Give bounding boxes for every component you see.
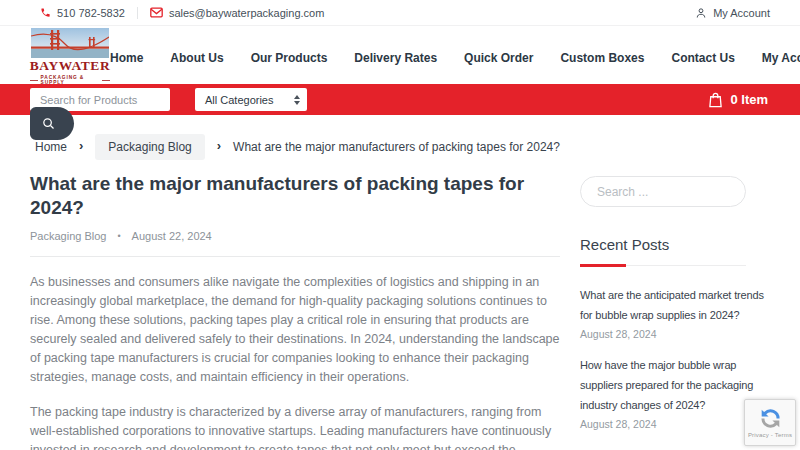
- breadcrumb-section-link[interactable]: Packaging Blog: [95, 134, 204, 160]
- content-divider: [30, 256, 560, 257]
- nav-item-our-products[interactable]: Our Products: [251, 51, 328, 65]
- nav-item-about-us[interactable]: About Us: [170, 51, 223, 65]
- breadcrumb-home-link[interactable]: Home: [35, 140, 67, 154]
- recent-post-link[interactable]: What are the anticipated market trends f…: [580, 285, 770, 325]
- product-search-bar: All Categories 0 Item: [0, 84, 800, 115]
- recent-post-date: August 28, 2024: [580, 328, 770, 340]
- logo-name: BAYWATER: [30, 59, 111, 73]
- main-nav: Home About Us Our Products Delivery Rate…: [110, 32, 800, 84]
- cart-count-label: 0 Item: [730, 92, 768, 107]
- tagline-dash-left: [30, 80, 38, 81]
- breadcrumb-current-page: What are the major manufacturers of pack…: [233, 140, 560, 154]
- recent-post-item: What are the top bubble wrap suppliers p…: [580, 445, 770, 450]
- nav-item-custom-boxes[interactable]: Custom Boxes: [560, 51, 644, 65]
- topbar-my-account-link[interactable]: My Account: [695, 7, 770, 19]
- nav-item-delivery-rates[interactable]: Delivery Rates: [354, 51, 437, 65]
- blog-search-input[interactable]: [580, 176, 746, 207]
- recaptcha-privacy-terms: Privacy - Terms: [748, 432, 792, 438]
- email-link[interactable]: sales@baywaterpackaging.com: [150, 7, 324, 19]
- recent-post-item: What are the anticipated market trends f…: [580, 285, 770, 340]
- topbar-phone-number: 510 782-5832: [57, 7, 125, 19]
- meta-separator-dot: •: [117, 231, 120, 241]
- nav-item-home[interactable]: Home: [110, 51, 143, 65]
- recent-posts-heading: Recent Posts: [580, 236, 770, 253]
- email-icon: [150, 7, 163, 18]
- cart-button[interactable]: 0 Item: [708, 92, 770, 108]
- logo-tagline: PACKAGING & SUPPLY: [30, 75, 110, 85]
- main-layout: What are the major manufacturers of pack…: [0, 172, 800, 450]
- recent-post-item: How have the major bubble wrap suppliers…: [580, 355, 770, 430]
- page-title: What are the major manufacturers of pack…: [30, 172, 560, 220]
- phone-link[interactable]: 510 782-5832: [40, 7, 125, 19]
- article-meta: Packaging Blog • August 22, 2024: [30, 230, 560, 242]
- topbar-email-address: sales@baywaterpackaging.com: [169, 7, 324, 19]
- blog-sidebar: Recent Posts What are the anticipated ma…: [580, 172, 770, 450]
- recent-post-link[interactable]: How have the major bubble wrap suppliers…: [580, 355, 770, 415]
- site-logo[interactable]: BAYWATER PACKAGING & SUPPLY: [30, 28, 110, 85]
- article-category: Packaging Blog: [30, 230, 106, 242]
- topbar-my-account-label: My Account: [713, 7, 770, 19]
- chevron-right-icon: ›: [217, 139, 221, 152]
- shopping-bag-icon: [708, 92, 723, 108]
- nav-item-contact-us[interactable]: Contact Us: [671, 51, 734, 65]
- tagline-dash-right: [102, 80, 110, 81]
- article-content: What are the major manufacturers of pack…: [30, 172, 560, 450]
- category-select[interactable]: All Categories: [195, 88, 307, 111]
- breadcrumb: Home › Packaging Blog › What are the maj…: [0, 134, 800, 159]
- logo-tagline-text: PACKAGING & SUPPLY: [41, 75, 100, 85]
- phone-icon: [40, 7, 51, 18]
- site-header: BAYWATER PACKAGING & SUPPLY Home About U…: [0, 26, 800, 84]
- chevron-right-icon: ›: [79, 139, 83, 152]
- recent-post-link[interactable]: What are the top bubble wrap suppliers p…: [580, 445, 770, 450]
- nav-item-my-account[interactable]: My Account: [762, 51, 800, 65]
- recaptcha-badge[interactable]: Privacy - Terms: [744, 399, 796, 446]
- recent-post-date: August 28, 2024: [580, 418, 770, 430]
- article-paragraph: The packing tape industry is characteriz…: [30, 403, 560, 450]
- user-icon: [695, 7, 707, 19]
- search-submit-button[interactable]: [30, 107, 74, 140]
- article-paragraph: As businesses and consumers alike naviga…: [30, 273, 560, 387]
- recent-posts-divider: [580, 265, 746, 266]
- topbar: 510 782-5832 sales@baywaterpackaging.com…: [0, 0, 800, 26]
- recaptcha-icon: [759, 407, 782, 430]
- nav-item-quick-order[interactable]: Quick Order: [464, 51, 533, 65]
- select-stepper-icon: [294, 95, 300, 105]
- search-icon: [41, 116, 56, 131]
- article-date: August 22, 2024: [132, 230, 212, 242]
- topbar-contact: 510 782-5832 sales@baywaterpackaging.com: [40, 7, 324, 19]
- bridge-logo-image: [31, 28, 109, 58]
- category-selected-value: All Categories: [205, 94, 273, 106]
- topbar-divider: [137, 7, 138, 19]
